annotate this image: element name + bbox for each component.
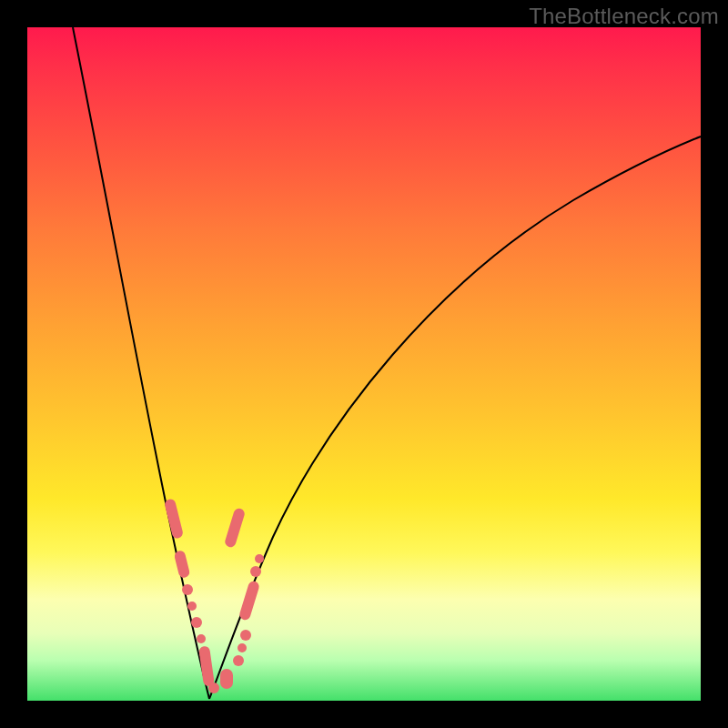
marker-dot [250, 566, 261, 577]
plot-area [27, 27, 701, 701]
bottleneck-curve [27, 27, 701, 701]
curve-left [73, 27, 209, 699]
marker-dot [191, 617, 202, 628]
marker-capsule [220, 669, 233, 689]
curve-right [209, 136, 701, 699]
marker-dot [187, 602, 197, 611]
marker-capsule [224, 507, 246, 549]
marker-capsule [238, 580, 260, 622]
marker-dot [197, 634, 206, 643]
marker-dot [238, 643, 247, 652]
marker-dot [208, 682, 219, 693]
marker-group [164, 498, 264, 693]
marker-capsule [174, 550, 191, 579]
marker-dot [182, 584, 193, 595]
marker-dot [233, 655, 244, 666]
marker-capsule [164, 498, 184, 540]
marker-dot [255, 554, 264, 563]
marker-dot [240, 630, 251, 641]
watermark-text: TheBottleneck.com [529, 4, 719, 29]
